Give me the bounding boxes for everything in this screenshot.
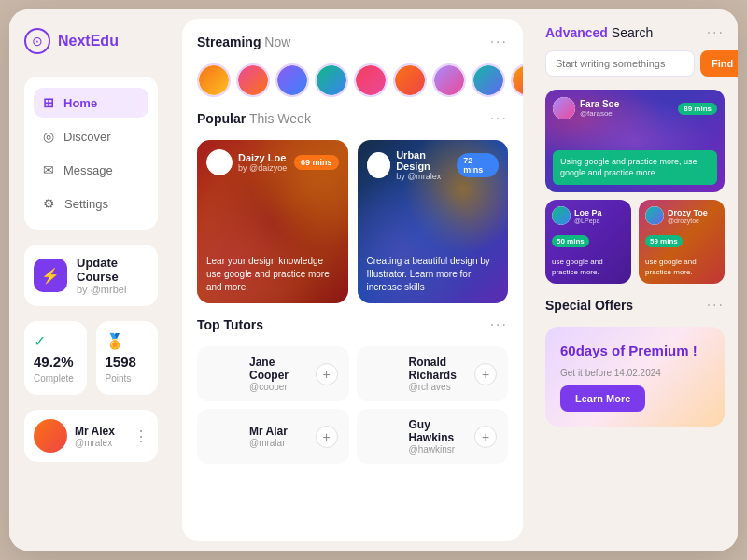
stream-avatar[interactable] xyxy=(432,63,466,97)
search-input-row: Find xyxy=(545,50,725,77)
special-offer-card: 60days of Premium ! Get it before 14.02.… xyxy=(545,327,725,427)
tutor-info: Mr Alar @mralar xyxy=(249,425,308,448)
author-avatar xyxy=(553,97,575,119)
sidebar-item-message[interactable]: ✉ Message xyxy=(34,155,148,185)
card-top: Fara Soe @farasoe 89 mins xyxy=(553,97,717,119)
tutor-card-1: Jane Cooper @cooper + xyxy=(197,346,349,401)
search-more-button[interactable]: ··· xyxy=(707,24,725,41)
add-tutor-button[interactable]: + xyxy=(474,426,497,448)
update-info: Update Course by @mrbel xyxy=(77,256,148,295)
streaming-title: Streaming Now xyxy=(197,35,290,49)
stream-avatar[interactable] xyxy=(393,63,427,97)
card-description: use google and practice more. xyxy=(552,258,625,277)
tutor-info: Ronald Richards @rchaves xyxy=(409,356,468,392)
add-tutor-button[interactable]: + xyxy=(316,426,338,448)
author-info: Drozy Toe @drozytoe xyxy=(668,208,708,224)
learn-more-button[interactable]: Learn More xyxy=(560,385,645,412)
tutor-info: Jane Cooper @cooper xyxy=(249,356,308,392)
tutors-more-button[interactable]: ··· xyxy=(490,316,508,333)
stream-avatar[interactable] xyxy=(197,63,231,97)
message-icon: ✉ xyxy=(43,162,54,177)
tutor-avatar xyxy=(208,357,242,391)
course-card-1[interactable]: Daizy Loe by @daizyoe 69 mins Lear your … xyxy=(197,140,348,303)
small-cards-row: Loe Pa @LPepa 50 mins use google and pra… xyxy=(545,200,725,284)
sidebar-item-home[interactable]: ⊞ Home xyxy=(34,88,148,118)
card-content: Loe Pa @LPepa 50 mins use google and pra… xyxy=(545,200,631,284)
time-badge: 89 mins xyxy=(678,103,717,115)
sidebar-item-discover[interactable]: ◎ Discover xyxy=(34,121,148,151)
logo: ⊙ NextEdu xyxy=(24,28,158,54)
tutor-card-2: Ronald Richards @rchaves + xyxy=(357,346,509,401)
author-avatar xyxy=(367,152,391,178)
author-avatar xyxy=(552,206,571,225)
search-input[interactable] xyxy=(545,50,695,77)
card-content: Drozy Toe @drozytoe 59 mins use google a… xyxy=(639,200,725,284)
points-stat: 🏅 1598 Points xyxy=(96,321,159,395)
author-info: Urban Design by @mralex xyxy=(396,149,457,181)
app-container: ⊙ NextEdu ⊞ Home ◎ Discover ✉ Message ⚙ … xyxy=(9,9,738,551)
profile-menu-button[interactable]: ⋮ xyxy=(134,427,148,445)
author-info: Daizy Loe by @daizyoe xyxy=(238,152,287,173)
special-offers-more-button[interactable]: ··· xyxy=(707,297,725,314)
tutor-avatar xyxy=(208,420,242,454)
stream-avatar[interactable] xyxy=(236,63,270,97)
card-author: Daizy Loe by @daizyoe xyxy=(206,149,287,175)
right-panel: Advanced Search ··· Find xyxy=(532,9,738,551)
home-icon: ⊞ xyxy=(43,95,54,110)
stream-avatar[interactable] xyxy=(354,63,388,97)
popular-right-section: Fara Soe @farasoe 89 mins Using google a… xyxy=(545,90,725,284)
add-tutor-button[interactable]: + xyxy=(474,363,497,385)
card-description: Creating a beautiful design by Illustrat… xyxy=(367,255,500,294)
card-author: Drozy Toe @drozytoe xyxy=(645,206,718,225)
card-description: use google and practice more. xyxy=(645,258,718,277)
tutor-card-3: Mr Alar @mralar + xyxy=(197,409,349,464)
avatar xyxy=(34,419,67,453)
card-content: Fara Soe @farasoe 89 mins Using google a… xyxy=(545,90,725,192)
author-avatar xyxy=(645,206,664,225)
sidebar: ⊙ NextEdu ⊞ Home ◎ Discover ✉ Message ⚙ … xyxy=(9,9,173,551)
card-author: Fara Soe @farasoe xyxy=(553,97,619,119)
search-header: Advanced Search ··· xyxy=(545,24,725,41)
popular-header: Popular This Week ··· xyxy=(197,110,508,127)
popular-more-button[interactable]: ··· xyxy=(490,110,508,127)
stream-avatar[interactable] xyxy=(275,63,309,97)
add-tutor-button[interactable]: + xyxy=(316,363,338,385)
author-info: Loe Pa @LPepa xyxy=(574,208,602,224)
card-top: Daizy Loe by @daizyoe 69 mins xyxy=(206,149,339,175)
discover-icon: ◎ xyxy=(43,129,54,144)
update-course-card: ⚡ Update Course by @mrbel xyxy=(24,245,158,306)
author-info: Fara Soe @farasoe xyxy=(580,99,619,118)
card-top: Urban Design by @mralex 72 mins xyxy=(367,149,500,181)
course-card-right-large[interactable]: Fara Soe @farasoe 89 mins Using google a… xyxy=(545,90,725,192)
stream-avatar[interactable] xyxy=(472,63,505,97)
card-description: Lear your design knowledge use google an… xyxy=(206,255,339,294)
card-author: Urban Design by @mralex xyxy=(367,149,458,181)
time-badge: 50 mins xyxy=(552,235,589,247)
course-card-right-small-2[interactable]: Drozy Toe @drozytoe 59 mins use google a… xyxy=(639,200,725,284)
card-description: Using google and practice more, use goog… xyxy=(553,150,717,185)
stream-avatar[interactable] xyxy=(315,63,348,97)
profile-card: Mr Alex @mralex ⋮ xyxy=(24,410,158,462)
update-icon: ⚡ xyxy=(34,259,67,292)
popular-grid: Daizy Loe by @daizyoe 69 mins Lear your … xyxy=(197,140,508,303)
time-badge: 59 mins xyxy=(645,235,683,247)
tutors-header: Top Tutors ··· xyxy=(197,316,508,333)
complete-icon: ✓ xyxy=(34,332,46,350)
profile-info: Mr Alex @mralex xyxy=(75,425,126,448)
tutor-avatar xyxy=(368,357,402,391)
tutor-card-4: Guy Hawkins @hawkinsr + xyxy=(357,409,509,464)
time-badge: 72 mins xyxy=(457,153,499,177)
card-content: Urban Design by @mralex 72 mins Creating… xyxy=(358,140,509,303)
stats-row: ✓ 49.2% Complete 🏅 1598 Points xyxy=(24,321,158,395)
time-badge: 69 mins xyxy=(294,155,339,170)
sidebar-item-settings[interactable]: ⚙ Settings xyxy=(34,189,148,218)
stream-avatar[interactable] xyxy=(511,63,523,97)
tutor-avatar xyxy=(368,420,402,454)
course-card-2[interactable]: Urban Design by @mralex 72 mins Creating… xyxy=(358,140,509,303)
streaming-more-button[interactable]: ··· xyxy=(490,34,508,50)
advanced-search-title: Advanced Search xyxy=(545,25,653,40)
find-button[interactable]: Find xyxy=(700,50,738,77)
card-content: Daizy Loe by @daizyoe 69 mins Lear your … xyxy=(197,140,348,303)
course-card-right-small-1[interactable]: Loe Pa @LPepa 50 mins use google and pra… xyxy=(545,200,631,284)
tutors-title: Top Tutors xyxy=(197,317,263,332)
